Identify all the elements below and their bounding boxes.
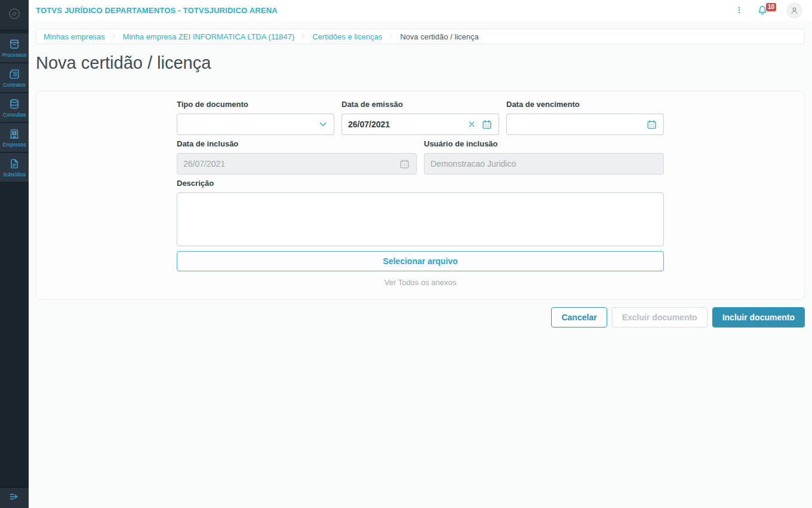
usuario-inclusao-label: Usuário de inclusão [424, 139, 664, 149]
tipo-documento-label: Tipo de documento [177, 100, 334, 109]
data-vencimento-input[interactable] [506, 114, 664, 135]
breadcrumb-item-certidoes[interactable]: Certidões e licenças [312, 32, 382, 41]
file-document-icon [8, 157, 21, 170]
calendar-icon[interactable] [481, 119, 493, 130]
breadcrumb-separator-icon [110, 32, 118, 41]
sidebar-item-label: Consultas [3, 112, 26, 118]
ver-anexos-link[interactable]: Ver Todos os anexos [177, 278, 664, 287]
data-emissao-label: Data de emissão [342, 100, 499, 109]
sidebar-item-contratos[interactable]: Contratos [0, 63, 29, 92]
usuario-inclusao-input: Demonstracao Juridico [424, 153, 664, 175]
clear-date-icon[interactable] [467, 120, 476, 128]
data-vencimento-label: Data de vencimento [506, 100, 664, 109]
main-content: TOTVS JURÍDICO DEPARTAMENTOS - TOTVSJURI… [29, 0, 812, 508]
sidebar-item-label: Processos [2, 52, 27, 58]
form-row-1: Tipo de documento Data de emissão 26/07/… [177, 100, 664, 135]
field-data-vencimento: Data de vencimento [506, 100, 664, 135]
chevron-down-icon [318, 120, 328, 129]
field-data-inclusao: Data de inclusão 26/07/2021 [177, 139, 417, 175]
descricao-textarea[interactable] [177, 192, 664, 246]
calendar-icon[interactable] [646, 119, 657, 130]
user-avatar[interactable] [786, 2, 802, 19]
data-emissao-value: 26/07/2021 [348, 120, 462, 129]
sidebar-expand-button[interactable] [0, 487, 29, 508]
sidebar-item-processos[interactable]: Processos [0, 33, 29, 62]
sidebar-item-consultas[interactable]: Consultas [0, 93, 29, 122]
notification-bell-icon[interactable]: 10 [756, 4, 768, 16]
contract-document-icon [8, 68, 21, 81]
breadcrumb-separator-icon [300, 32, 307, 41]
footer-actions: Cancelar Excluir documento Incluir docum… [29, 307, 805, 328]
totvs-logo[interactable] [0, 0, 29, 29]
breadcrumb-separator-icon [387, 32, 395, 41]
database-icon [8, 97, 21, 111]
sidebar-item-subsidios[interactable]: Subsídios [0, 153, 29, 182]
tipo-documento-select[interactable] [177, 114, 334, 135]
person-icon [789, 5, 799, 16]
form-column: Tipo de documento Data de emissão 26/07/… [177, 91, 664, 287]
calendar-icon [399, 158, 410, 170]
sidebar-item-label: Subsídios [3, 172, 26, 178]
data-inclusao-value: 26/07/2021 [183, 159, 393, 169]
app-title: TOTVS JURÍDICO DEPARTAMENTOS - TOTVSJURI… [36, 6, 734, 15]
descricao-label: Descrição [177, 179, 664, 188]
data-inclusao-input: 26/07/2021 [177, 153, 417, 175]
sidebar-item-label: Empresas [2, 142, 26, 148]
field-usuario-inclusao: Usuário de inclusão Demonstracao Juridic… [424, 139, 664, 175]
selecionar-arquivo-button[interactable]: Selecionar arquivo [177, 251, 664, 271]
incluir-documento-button[interactable]: Incluir documento [712, 307, 805, 328]
topbar-actions: 10 [734, 2, 802, 19]
field-descricao: Descrição [177, 179, 664, 246]
building-icon [8, 127, 21, 140]
page-title: Nova certidão / licença [36, 53, 805, 73]
breadcrumb: Minhas empresas Minha empresa ZEI INFORM… [36, 29, 805, 44]
top-bar: TOTVS JURÍDICO DEPARTAMENTOS - TOTVSJURI… [29, 0, 812, 20]
sidebar-item-empresas[interactable]: Empresas [0, 123, 29, 152]
archive-box-icon [8, 38, 21, 51]
breadcrumb-item-minhas-empresas[interactable]: Minhas empresas [44, 32, 105, 41]
field-data-emissao: Data de emissão 26/07/2021 [342, 100, 499, 135]
app-root: Processos Contratos [0, 0, 812, 508]
form-row-2: Data de inclusão 26/07/2021 [177, 139, 664, 175]
sidebar-menu: Processos Contratos [0, 33, 29, 182]
totvs-logo-icon [7, 7, 21, 23]
kebab-menu-icon[interactable] [734, 4, 745, 17]
sidebar-spacer [0, 182, 29, 487]
data-emissao-input[interactable]: 26/07/2021 [342, 114, 499, 135]
sidebar-item-label: Contratos [3, 82, 26, 88]
expand-menu-icon [8, 491, 20, 505]
usuario-inclusao-value: Demonstracao Juridico [430, 159, 657, 169]
form-card: Tipo de documento Data de emissão 26/07/… [36, 91, 805, 300]
breadcrumb-item-minha-empresa[interactable]: Minha empresa ZEI INFORMATICA LTDA (1184… [123, 32, 295, 41]
excluir-documento-button: Excluir documento [612, 307, 708, 328]
cancelar-button[interactable]: Cancelar [551, 307, 607, 328]
field-tipo-documento: Tipo de documento [177, 100, 334, 135]
breadcrumb-item-current: Nova certidão / licença [400, 32, 479, 41]
notification-badge: 10 [766, 3, 776, 11]
sidebar: Processos Contratos [0, 0, 29, 508]
data-inclusao-label: Data de inclusão [177, 139, 417, 149]
